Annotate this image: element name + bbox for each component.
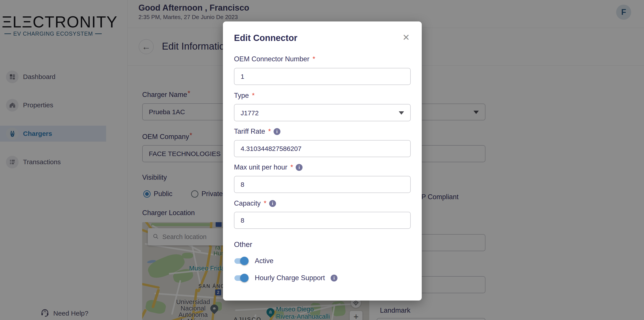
capacity-input[interactable]	[234, 212, 411, 229]
required-asterisk: *	[264, 199, 266, 207]
type-select[interactable]: J1772	[234, 104, 411, 121]
toggle-label: Active	[255, 257, 273, 265]
toggle-thumb	[240, 257, 248, 265]
active-toggle-row: Active	[234, 257, 273, 265]
oem-connector-number-input[interactable]	[234, 68, 411, 85]
hourly-charge-support-toggle[interactable]	[234, 274, 249, 282]
info-icon[interactable]: i	[269, 200, 276, 207]
required-asterisk: *	[312, 55, 315, 63]
chevron-down-icon	[399, 111, 404, 115]
capacity-label: Capacity* i	[234, 199, 276, 207]
edit-connector-modal: Edit Connector ✕ OEM Connector Number* T…	[223, 22, 422, 300]
toggle-thumb	[240, 274, 248, 282]
info-icon[interactable]: i	[274, 128, 280, 135]
info-icon[interactable]: i	[330, 275, 338, 281]
info-icon[interactable]: i	[296, 164, 302, 171]
toggle-label: Hourly Charge Support	[255, 274, 325, 282]
tariff-rate-label: Tariff Rate* i	[234, 127, 280, 135]
oem-connector-number-label: OEM Connector Number*	[234, 55, 315, 63]
type-label: Type*	[234, 92, 254, 100]
required-asterisk: *	[252, 92, 254, 100]
tariff-rate-input[interactable]	[234, 140, 411, 157]
close-icon[interactable]: ✕	[402, 33, 410, 42]
other-section-label: Other	[234, 240, 252, 249]
hourly-charge-support-toggle-row: Hourly Charge Support i	[234, 274, 338, 282]
max-unit-per-hour-label: Max unit per hour* i	[234, 163, 302, 171]
required-asterisk: *	[268, 127, 271, 135]
max-unit-per-hour-input[interactable]	[234, 176, 411, 193]
modal-title: Edit Connector	[234, 33, 298, 43]
type-select-value: J1772	[240, 109, 259, 117]
required-asterisk: *	[290, 163, 293, 171]
active-toggle[interactable]	[234, 257, 249, 265]
